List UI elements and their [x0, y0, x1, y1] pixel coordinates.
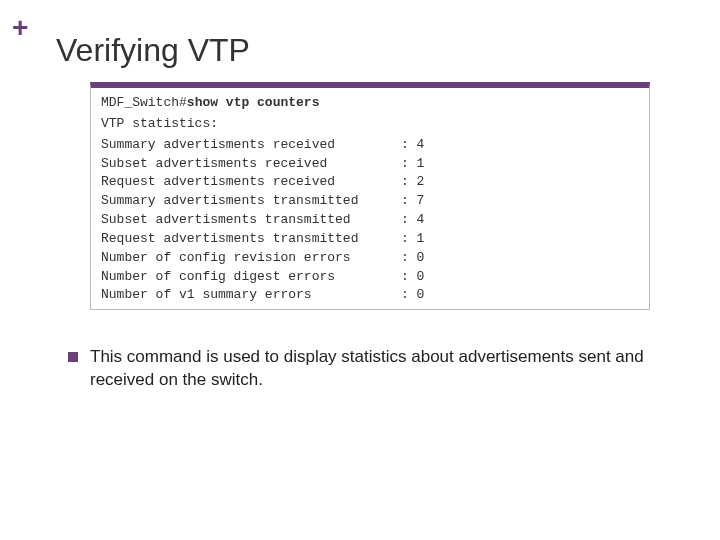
stat-row: Number of config digest errors : 0	[101, 268, 639, 287]
stat-row: Subset advertisments received : 1	[101, 155, 639, 174]
stat-label: Summary advertisments transmitted	[101, 192, 401, 211]
stat-value: : 2	[401, 173, 441, 192]
stat-row: Request advertisments transmitted : 1	[101, 230, 639, 249]
stat-row: Number of v1 summary errors : 0	[101, 286, 639, 305]
stat-value: : 0	[401, 286, 441, 305]
stat-value: : 4	[401, 211, 441, 230]
stat-label: Summary advertisments received	[101, 136, 401, 155]
stat-label: Subset advertisments received	[101, 155, 401, 174]
stat-label: Number of v1 summary errors	[101, 286, 401, 305]
stat-label: Number of config revision errors	[101, 249, 401, 268]
stat-row: Subset advertisments transmitted : 4	[101, 211, 639, 230]
terminal-output: MDF_Switch#show vtp counters VTP statist…	[90, 82, 650, 310]
plus-icon: +	[12, 18, 36, 42]
stat-row: Request advertisments received : 2	[101, 173, 639, 192]
bullet-item: This command is used to display statisti…	[68, 346, 690, 392]
stat-label: Subset advertisments transmitted	[101, 211, 401, 230]
terminal-command: show vtp counters	[187, 95, 320, 110]
stat-row: Number of config revision errors : 0	[101, 249, 639, 268]
terminal-stats-header: VTP statistics:	[101, 115, 639, 134]
terminal-prompt: MDF_Switch#	[101, 95, 187, 110]
terminal-prompt-line: MDF_Switch#show vtp counters	[101, 94, 639, 113]
stat-value: : 0	[401, 268, 441, 287]
page-title: Verifying VTP	[56, 32, 250, 69]
stat-value: : 4	[401, 136, 441, 155]
bullet-text: This command is used to display statisti…	[90, 346, 690, 392]
stat-row: Summary advertisments received : 4	[101, 136, 639, 155]
stat-label: Number of config digest errors	[101, 268, 401, 287]
stat-value: : 7	[401, 192, 441, 211]
stat-label: Request advertisments transmitted	[101, 230, 401, 249]
stat-value: : 0	[401, 249, 441, 268]
stat-row: Summary advertisments transmitted : 7	[101, 192, 639, 211]
stat-value: : 1	[401, 230, 441, 249]
stat-label: Request advertisments received	[101, 173, 401, 192]
stat-value: : 1	[401, 155, 441, 174]
square-bullet-icon	[68, 352, 78, 362]
